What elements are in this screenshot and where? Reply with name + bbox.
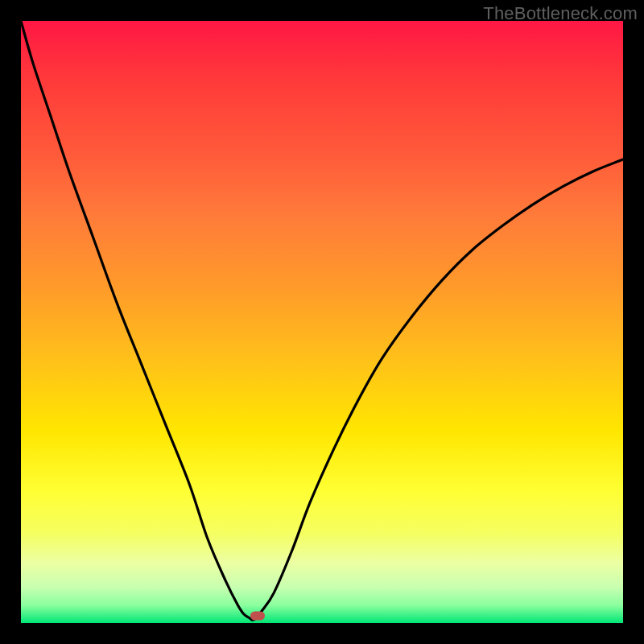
chart-container: TheBottleneck.com — [0, 0, 644, 644]
optimal-point-marker — [250, 612, 265, 621]
watermark-text: TheBottleneck.com — [483, 3, 638, 24]
bottleneck-curve — [21, 21, 623, 620]
curve-svg — [21, 21, 623, 623]
